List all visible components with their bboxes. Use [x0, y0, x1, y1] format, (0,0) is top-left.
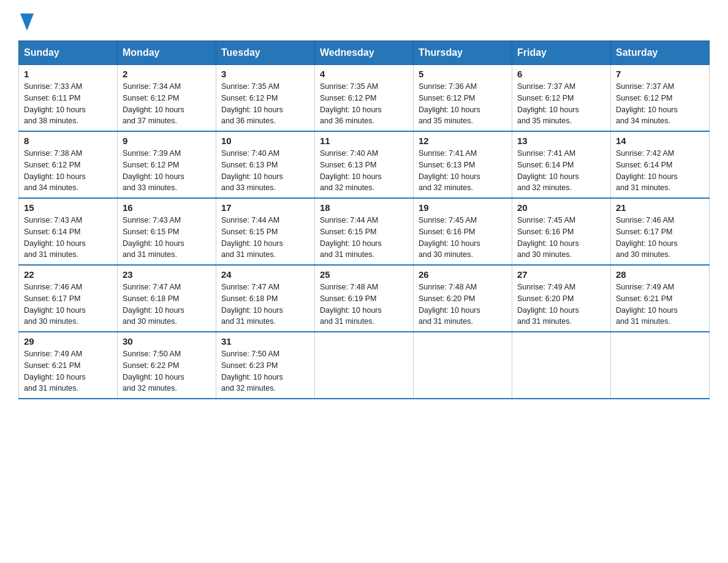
day-number: 6 [517, 69, 605, 79]
day-number: 2 [123, 69, 211, 79]
calendar-cell [414, 332, 512, 399]
logo [18, 12, 34, 28]
calendar-cell: 11 Sunrise: 7:40 AMSunset: 6:13 PMDaylig… [315, 131, 414, 198]
day-header-wednesday: Wednesday [315, 41, 414, 65]
calendar-cell: 5 Sunrise: 7:36 AMSunset: 6:12 PMDayligh… [414, 65, 512, 132]
calendar-cell: 14 Sunrise: 7:42 AMSunset: 6:14 PMDaylig… [611, 131, 710, 198]
day-info: Sunrise: 7:35 AMSunset: 6:12 PMDaylight:… [320, 82, 382, 125]
day-header-saturday: Saturday [611, 41, 710, 65]
day-info: Sunrise: 7:36 AMSunset: 6:12 PMDaylight:… [419, 82, 480, 125]
day-number: 29 [24, 336, 112, 347]
calendar-cell: 31 Sunrise: 7:50 AMSunset: 6:23 PMDaylig… [216, 332, 315, 399]
day-number: 8 [24, 136, 112, 146]
day-info: Sunrise: 7:42 AMSunset: 6:14 PMDaylight:… [616, 149, 678, 192]
day-number: 31 [221, 336, 309, 347]
day-number: 15 [24, 202, 112, 213]
day-number: 17 [221, 202, 309, 213]
day-info: Sunrise: 7:37 AMSunset: 6:12 PMDaylight:… [616, 82, 678, 125]
day-info: Sunrise: 7:44 AMSunset: 6:15 PMDaylight:… [221, 216, 283, 259]
day-info: Sunrise: 7:46 AMSunset: 6:17 PMDaylight:… [616, 216, 678, 259]
day-info: Sunrise: 7:33 AMSunset: 6:11 PMDaylight:… [24, 82, 86, 125]
calendar-cell: 7 Sunrise: 7:37 AMSunset: 6:12 PMDayligh… [611, 65, 710, 132]
day-info: Sunrise: 7:40 AMSunset: 6:13 PMDaylight:… [221, 149, 283, 192]
day-number: 4 [320, 69, 408, 79]
day-number: 26 [419, 269, 507, 280]
day-number: 13 [517, 136, 605, 146]
day-number: 7 [616, 69, 704, 79]
calendar-cell: 20 Sunrise: 7:45 AMSunset: 6:16 PMDaylig… [512, 198, 611, 265]
day-number: 9 [123, 136, 211, 146]
day-number: 23 [123, 269, 211, 280]
day-number: 22 [24, 269, 112, 280]
day-info: Sunrise: 7:45 AMSunset: 6:16 PMDaylight:… [419, 216, 480, 259]
week-row-1: 1 Sunrise: 7:33 AMSunset: 6:11 PMDayligh… [19, 65, 710, 132]
day-number: 27 [517, 269, 605, 280]
day-number: 21 [616, 202, 704, 213]
week-row-5: 29 Sunrise: 7:49 AMSunset: 6:21 PMDaylig… [19, 332, 710, 399]
day-info: Sunrise: 7:50 AMSunset: 6:22 PMDaylight:… [123, 350, 184, 393]
day-info: Sunrise: 7:39 AMSunset: 6:12 PMDaylight:… [123, 149, 184, 192]
day-info: Sunrise: 7:49 AMSunset: 6:20 PMDaylight:… [517, 283, 579, 326]
day-info: Sunrise: 7:43 AMSunset: 6:14 PMDaylight:… [24, 216, 86, 259]
day-number: 25 [320, 269, 408, 280]
day-number: 24 [221, 269, 309, 280]
calendar-cell: 4 Sunrise: 7:35 AMSunset: 6:12 PMDayligh… [315, 65, 414, 132]
day-info: Sunrise: 7:47 AMSunset: 6:18 PMDaylight:… [221, 283, 283, 326]
day-header-thursday: Thursday [414, 41, 512, 65]
page-header [18, 12, 710, 28]
day-info: Sunrise: 7:47 AMSunset: 6:18 PMDaylight:… [123, 283, 184, 326]
day-header-monday: Monday [118, 41, 216, 65]
calendar-cell [315, 332, 414, 399]
calendar-cell: 29 Sunrise: 7:49 AMSunset: 6:21 PMDaylig… [19, 332, 118, 399]
calendar-header: SundayMondayTuesdayWednesdayThursdayFrid… [19, 41, 710, 65]
calendar-cell: 16 Sunrise: 7:43 AMSunset: 6:15 PMDaylig… [118, 198, 216, 265]
calendar-table: SundayMondayTuesdayWednesdayThursdayFrid… [18, 40, 710, 399]
calendar-cell [611, 332, 710, 399]
day-info: Sunrise: 7:40 AMSunset: 6:13 PMDaylight:… [320, 149, 382, 192]
week-row-4: 22 Sunrise: 7:46 AMSunset: 6:17 PMDaylig… [19, 265, 710, 332]
day-info: Sunrise: 7:35 AMSunset: 6:12 PMDaylight:… [221, 82, 283, 125]
day-info: Sunrise: 7:49 AMSunset: 6:21 PMDaylight:… [616, 283, 678, 326]
calendar-cell: 25 Sunrise: 7:48 AMSunset: 6:19 PMDaylig… [315, 265, 414, 332]
calendar-cell: 26 Sunrise: 7:48 AMSunset: 6:20 PMDaylig… [414, 265, 512, 332]
day-number: 28 [616, 269, 704, 280]
calendar-cell: 17 Sunrise: 7:44 AMSunset: 6:15 PMDaylig… [216, 198, 315, 265]
day-number: 14 [616, 136, 704, 146]
day-info: Sunrise: 7:34 AMSunset: 6:12 PMDaylight:… [123, 82, 184, 125]
calendar-cell: 21 Sunrise: 7:46 AMSunset: 6:17 PMDaylig… [611, 198, 710, 265]
header-row: SundayMondayTuesdayWednesdayThursdayFrid… [19, 41, 710, 65]
day-info: Sunrise: 7:45 AMSunset: 6:16 PMDaylight:… [517, 216, 579, 259]
day-header-friday: Friday [512, 41, 611, 65]
week-row-2: 8 Sunrise: 7:38 AMSunset: 6:12 PMDayligh… [19, 131, 710, 198]
calendar-body: 1 Sunrise: 7:33 AMSunset: 6:11 PMDayligh… [19, 65, 710, 399]
calendar-cell: 24 Sunrise: 7:47 AMSunset: 6:18 PMDaylig… [216, 265, 315, 332]
calendar-cell: 1 Sunrise: 7:33 AMSunset: 6:11 PMDayligh… [19, 65, 118, 132]
calendar-cell: 18 Sunrise: 7:44 AMSunset: 6:15 PMDaylig… [315, 198, 414, 265]
day-number: 1 [24, 69, 112, 79]
calendar-cell: 27 Sunrise: 7:49 AMSunset: 6:20 PMDaylig… [512, 265, 611, 332]
calendar-cell: 12 Sunrise: 7:41 AMSunset: 6:13 PMDaylig… [414, 131, 512, 198]
day-info: Sunrise: 7:43 AMSunset: 6:15 PMDaylight:… [123, 216, 184, 259]
day-header-tuesday: Tuesday [216, 41, 315, 65]
calendar-cell: 19 Sunrise: 7:45 AMSunset: 6:16 PMDaylig… [414, 198, 512, 265]
day-number: 11 [320, 136, 408, 146]
day-info: Sunrise: 7:41 AMSunset: 6:13 PMDaylight:… [419, 149, 480, 192]
calendar-cell: 23 Sunrise: 7:47 AMSunset: 6:18 PMDaylig… [118, 265, 216, 332]
calendar-cell: 22 Sunrise: 7:46 AMSunset: 6:17 PMDaylig… [19, 265, 118, 332]
day-number: 12 [419, 136, 507, 146]
day-number: 20 [517, 202, 605, 213]
day-number: 19 [419, 202, 507, 213]
logo-triangle-icon [20, 13, 34, 31]
day-info: Sunrise: 7:50 AMSunset: 6:23 PMDaylight:… [221, 350, 283, 393]
calendar-cell: 13 Sunrise: 7:41 AMSunset: 6:14 PMDaylig… [512, 131, 611, 198]
week-row-3: 15 Sunrise: 7:43 AMSunset: 6:14 PMDaylig… [19, 198, 710, 265]
day-number: 3 [221, 69, 309, 79]
day-info: Sunrise: 7:44 AMSunset: 6:15 PMDaylight:… [320, 216, 382, 259]
day-info: Sunrise: 7:41 AMSunset: 6:14 PMDaylight:… [517, 149, 579, 192]
day-number: 18 [320, 202, 408, 213]
calendar-cell: 3 Sunrise: 7:35 AMSunset: 6:12 PMDayligh… [216, 65, 315, 132]
day-info: Sunrise: 7:48 AMSunset: 6:20 PMDaylight:… [419, 283, 480, 326]
day-info: Sunrise: 7:38 AMSunset: 6:12 PMDaylight:… [24, 149, 86, 192]
calendar-cell: 9 Sunrise: 7:39 AMSunset: 6:12 PMDayligh… [118, 131, 216, 198]
day-number: 10 [221, 136, 309, 146]
